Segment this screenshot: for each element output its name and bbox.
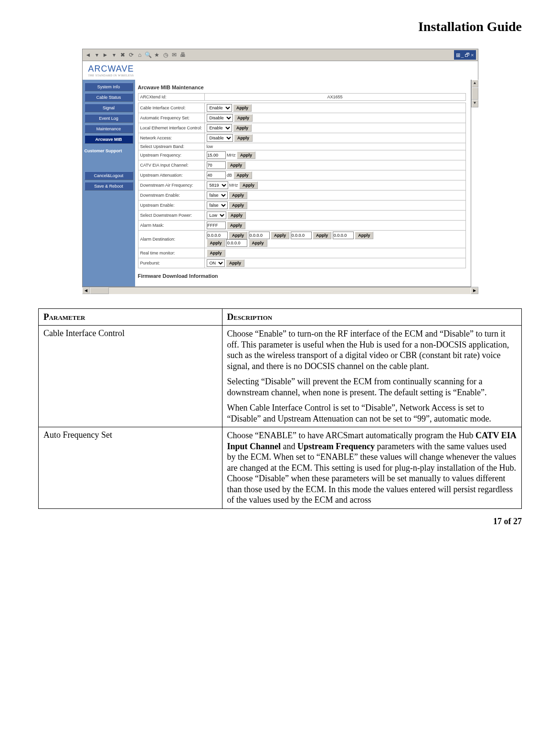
sel-down-pwr-apply-button[interactable]: Apply — [227, 211, 246, 219]
window-controls: ⊞ _ 🗗 × — [454, 50, 476, 60]
alarm-dest-1-apply-button[interactable]: Apply — [229, 232, 247, 239]
alarm-dest-3-apply-button[interactable]: Apply — [313, 232, 331, 239]
alarm-dest-2-apply-button[interactable]: Apply — [271, 232, 289, 239]
sel-down-pwr-label: Select Downstream Power: — [138, 211, 204, 221]
arcxtend-label: ARCXtend Id: — [138, 94, 204, 101]
arcxtend-table: ARCXtend Id: AX1655 — [138, 93, 466, 101]
up-freq-apply-button[interactable]: Apply — [237, 151, 255, 159]
sel-down-pwr-select[interactable]: Low — [207, 211, 226, 219]
sidebar-heading-support: Customer Support — [85, 148, 133, 153]
history-icon[interactable]: ◷ — [162, 51, 169, 59]
horizontal-scrollbar[interactable]: ◀ ▶ — [82, 287, 478, 294]
menu-icon[interactable]: ▾ — [110, 51, 118, 59]
sidebar-item-cancel-logout[interactable]: Cancel&Logout — [85, 171, 133, 180]
print-icon[interactable]: 🖶 — [179, 51, 187, 59]
down-air-select[interactable]: 5819 — [207, 181, 228, 189]
sidebar-item-cable-status[interactable]: Cable Status — [85, 93, 133, 102]
auto-freq-label: Automatic Frequency Set: — [138, 113, 204, 123]
net-access-apply-button[interactable]: Apply — [234, 134, 253, 142]
home-icon[interactable]: ⌂ — [136, 51, 144, 59]
up-freq-label: Upstream Frequency: — [138, 150, 204, 160]
up-att-input[interactable] — [207, 171, 226, 179]
col-header-description: Description — [222, 309, 521, 326]
up-freq-unit: MHz — [227, 153, 236, 158]
table-row: Auto Frequency Set Choose “ENABLE” to ha… — [39, 427, 522, 509]
stop-icon[interactable]: ✖ — [119, 51, 127, 59]
section-title: Arcwave MIB Maintenance — [138, 84, 466, 90]
scroll-left-icon[interactable]: ◀ — [82, 287, 90, 294]
sidebar-item-arcwave-mib[interactable]: Arcwave MIB — [85, 135, 133, 144]
sel-up-band-label: Select Upstream Band: — [138, 143, 204, 150]
sidebar-item-event-log[interactable]: Event Log — [85, 114, 133, 123]
close-icon[interactable]: × — [471, 52, 474, 58]
back-icon[interactable]: ◄ — [85, 51, 92, 59]
down-en-apply-button[interactable]: Apply — [229, 191, 247, 199]
mail-icon[interactable]: ✉ — [170, 51, 178, 59]
sidebar-item-maintenance[interactable]: Maintenance — [85, 125, 133, 133]
alarm-dest-4-apply-button[interactable]: Apply — [355, 232, 373, 239]
catv-ch-apply-button[interactable]: Apply — [227, 161, 245, 169]
arcxtend-value: AX1655 — [204, 94, 465, 101]
rt-monitor-label: Real time monitor: — [138, 248, 204, 258]
hscroll-thumb[interactable] — [90, 287, 109, 294]
scroll-down-icon[interactable]: ▼ — [472, 100, 478, 107]
alarm-dest-1-input[interactable] — [207, 232, 228, 239]
up-freq-input[interactable] — [207, 151, 226, 159]
logo-icon: ⊞ — [456, 52, 460, 58]
down-air-apply-button[interactable]: Apply — [239, 181, 258, 189]
menu-icon[interactable]: ▾ — [93, 51, 101, 59]
search-icon[interactable]: 🔍 — [145, 51, 152, 59]
catv-ch-input[interactable] — [207, 161, 226, 169]
scroll-thumb[interactable] — [472, 87, 478, 100]
cable-if-apply-button[interactable]: Apply — [233, 104, 252, 112]
main-panel: Arcwave MIB Maintenance ARCXtend Id: AX1… — [135, 80, 471, 286]
rt-monitor-apply-button[interactable]: Apply — [207, 249, 225, 257]
alarm-dest-label: Alarm Destination: — [138, 231, 204, 248]
alarm-mask-input[interactable] — [207, 222, 226, 229]
auto-freq-select[interactable]: Disable — [207, 114, 233, 122]
down-air-unit: MHz — [229, 183, 238, 188]
alarm-dest-5-input[interactable] — [226, 239, 247, 247]
favorites-icon[interactable]: ★ — [153, 51, 161, 59]
scroll-up-icon[interactable]: ▲ — [472, 80, 478, 87]
alarm-mask-label: Alarm Mask: — [138, 221, 204, 231]
alarm-dest-5b-apply-button[interactable]: Apply — [249, 239, 267, 247]
param-name: Cable Interface Control — [39, 326, 222, 427]
forward-icon[interactable]: ► — [102, 51, 109, 59]
catv-ch-label: CATV EIA Input Channel: — [138, 160, 204, 170]
alarm-dest-3-input[interactable] — [291, 232, 312, 239]
sidebar-item-save-reboot[interactable]: Save & Reboot — [85, 182, 133, 190]
brand-tagline: THE STANDARD IN WIRELESS — [88, 74, 472, 77]
auto-freq-apply-button[interactable]: Apply — [234, 114, 253, 122]
col-header-parameter: Parameter — [39, 309, 222, 326]
firmware-section-title: Firmware Download Information — [138, 273, 466, 279]
alarm-dest-5a-apply-button[interactable]: Apply — [207, 239, 225, 247]
up-att-apply-button[interactable]: Apply — [233, 171, 252, 179]
restore-icon[interactable]: 🗗 — [465, 52, 470, 58]
net-access-select[interactable]: Disable — [207, 134, 233, 142]
settings-table: Cable Interface Control: Enable Apply Au… — [138, 103, 466, 268]
pureburst-select[interactable]: ON — [207, 259, 225, 267]
alarm-dest-4-input[interactable] — [333, 232, 354, 239]
scroll-right-icon[interactable]: ▶ — [471, 287, 478, 294]
param-desc: Choose “ENABLE” to have ARCSmart automat… — [222, 427, 521, 509]
param-desc: Choose “Enable” to turn-on the RF interf… — [222, 326, 521, 427]
vertical-scrollbar[interactable]: ▲ ▼ — [471, 80, 478, 107]
up-en-select[interactable]: false — [207, 201, 228, 209]
parameter-table: Parameter Description Cable Interface Co… — [38, 308, 522, 509]
local-eth-label: Local Ethernet Interface Control: — [138, 123, 204, 133]
pureburst-apply-button[interactable]: Apply — [226, 259, 244, 267]
alarm-mask-apply-button[interactable]: Apply — [227, 222, 245, 229]
alarm-dest-2-input[interactable] — [249, 232, 270, 239]
refresh-icon[interactable]: ⟳ — [127, 51, 135, 59]
sidebar-item-signal[interactable]: Signal — [85, 104, 133, 112]
down-en-select[interactable]: false — [207, 191, 228, 199]
minimize-icon[interactable]: _ — [461, 52, 464, 58]
local-eth-select[interactable]: Enable — [207, 124, 232, 132]
up-en-apply-button[interactable]: Apply — [229, 201, 247, 209]
local-eth-apply-button[interactable]: Apply — [233, 124, 252, 132]
app-screenshot: ◄ ▾ ► ▾ ✖ ⟳ ⌂ 🔍 ★ ◷ ✉ 🖶 ⊞ _ 🗗 × ARCWAVE … — [82, 49, 478, 294]
sidebar-item-system-info[interactable]: System Info — [85, 83, 133, 91]
up-att-label: Upstream Attenuation: — [138, 170, 204, 180]
cable-if-select[interactable]: Enable — [207, 104, 232, 112]
